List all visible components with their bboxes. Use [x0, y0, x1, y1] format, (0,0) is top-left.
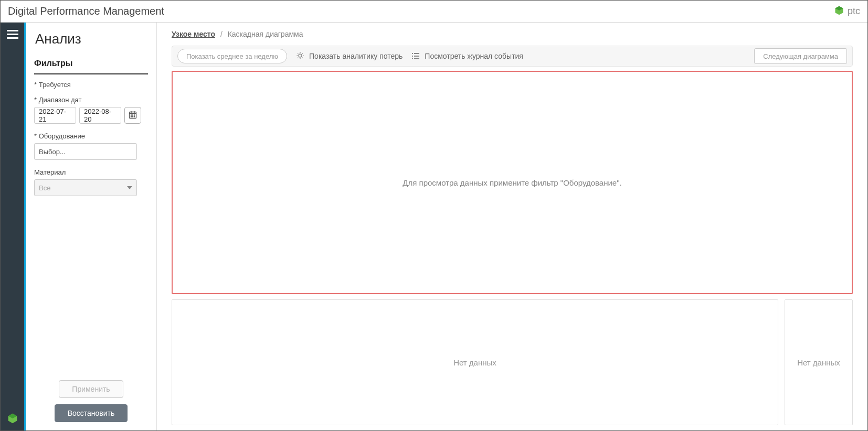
material-field: Материал Все	[34, 168, 148, 196]
svg-line-21	[302, 53, 303, 53]
svg-line-19	[302, 58, 303, 58]
svg-line-20	[298, 58, 298, 58]
bottom-left-empty: Нет данных	[453, 358, 496, 367]
breadcrumb: Узкое место / Каскадная диаграмма	[172, 30, 853, 38]
date-to-input[interactable]: 2022-08-20	[79, 107, 121, 124]
bottom-panels: Нет данных Нет данных	[172, 299, 853, 425]
app-title: Digital Performance Management	[8, 5, 164, 17]
chevron-down-icon	[127, 186, 132, 189]
svg-rect-0	[7, 30, 18, 31]
svg-point-8	[132, 114, 133, 115]
svg-point-11	[132, 116, 133, 116]
svg-rect-27	[414, 58, 419, 59]
loss-analytics-button[interactable]: Показать аналитику потерь	[295, 51, 403, 61]
hamburger-menu-button[interactable]	[7, 30, 18, 39]
app-root: Digital Performance Management ptc Анали…	[0, 0, 868, 431]
breadcrumb-current: Каскадная диаграмма	[228, 30, 303, 38]
calendar-icon	[129, 111, 137, 121]
next-chart-button[interactable]: Следующая диаграмма	[754, 48, 847, 64]
bottom-right-empty: Нет данных	[797, 358, 840, 367]
bottom-right-panel: Нет данных	[785, 299, 853, 425]
chart-empty-message: Для просмотра данных примените фильтр "О…	[403, 178, 621, 187]
required-note: * Требуется	[34, 81, 148, 89]
svg-rect-24	[412, 56, 413, 57]
main-content: Узкое место / Каскадная диаграмма Показа…	[157, 23, 867, 430]
apply-button[interactable]: Применить	[59, 380, 123, 398]
svg-rect-26	[412, 58, 413, 59]
svg-rect-25	[414, 56, 419, 57]
equipment-label: * Оборудование	[34, 132, 148, 140]
date-range-label: * Диапазон дат	[34, 96, 148, 104]
svg-point-12	[134, 116, 134, 116]
event-log-button[interactable]: Посмотреть журнал события	[411, 51, 523, 61]
brand-text: ptc	[848, 6, 860, 17]
date-range-field: * Диапазон дат 2022-07-21 2022-08-20	[34, 96, 148, 124]
calendar-button[interactable]	[124, 107, 141, 124]
breadcrumb-root-link[interactable]: Узкое место	[172, 30, 215, 38]
page-title: Анализ	[34, 31, 148, 47]
lightbulb-icon	[295, 51, 305, 61]
svg-rect-23	[414, 53, 419, 54]
date-from-input[interactable]: 2022-07-21	[34, 107, 76, 124]
nav-rail-logo-icon	[7, 413, 18, 424]
filters-heading: Фильтры	[34, 59, 148, 74]
svg-rect-22	[412, 53, 413, 54]
svg-point-13	[299, 54, 302, 57]
action-toolbar: Показать среднее за неделю Показать анал…	[172, 46, 853, 67]
svg-line-18	[298, 53, 298, 53]
restore-button[interactable]: Восстановить	[55, 404, 128, 422]
app-body: Анализ Фильтры * Требуется * Диапазон да…	[1, 23, 867, 430]
loss-analytics-label: Показать аналитику потерь	[309, 52, 403, 60]
nav-rail	[1, 23, 26, 430]
topbar: Digital Performance Management ptc	[1, 1, 867, 23]
material-select[interactable]: Все	[34, 179, 137, 196]
ptc-logo-icon	[834, 5, 844, 18]
weekly-average-button[interactable]: Показать среднее за неделю	[177, 49, 287, 63]
svg-point-9	[134, 114, 134, 115]
brand-logo: ptc	[834, 5, 860, 18]
list-icon	[411, 51, 420, 61]
svg-point-10	[131, 116, 131, 116]
equipment-select[interactable]: Выбор...	[34, 143, 137, 160]
sidebar-footer: Применить Восстановить	[26, 376, 156, 424]
bottom-left-panel: Нет данных	[172, 299, 778, 425]
svg-rect-1	[7, 34, 18, 35]
material-value: Все	[39, 184, 50, 192]
waterfall-chart-area: Для просмотра данных примените фильтр "О…	[172, 71, 853, 294]
material-label: Материал	[34, 168, 148, 176]
event-log-label: Посмотреть журнал события	[425, 52, 523, 60]
svg-rect-2	[7, 37, 18, 39]
svg-point-7	[131, 114, 131, 115]
filters-sidebar: Анализ Фильтры * Требуется * Диапазон да…	[26, 23, 157, 430]
breadcrumb-separator: /	[220, 30, 223, 38]
equipment-field: * Оборудование Выбор...	[34, 132, 148, 160]
